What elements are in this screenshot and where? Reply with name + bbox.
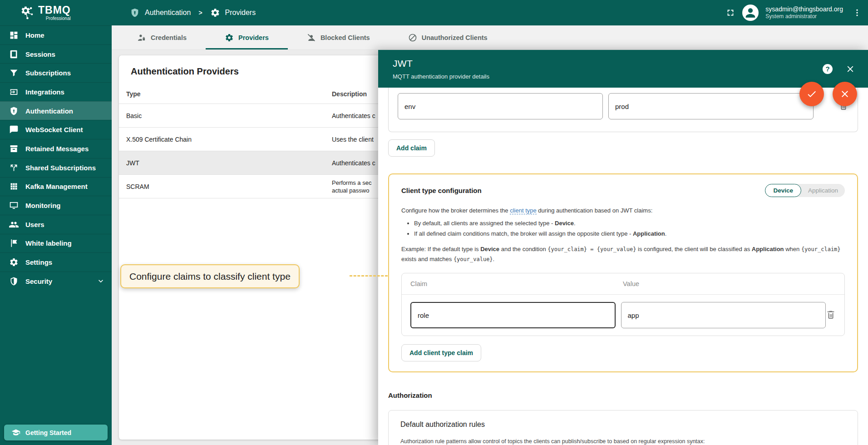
user-info: sysadmin@thingsboard.org System administ… xyxy=(765,5,843,20)
client-type-claim-input[interactable] xyxy=(410,302,616,328)
callout-connector-line xyxy=(350,275,388,277)
client-type-configuration-section: Client type configuration Device Applica… xyxy=(388,173,858,372)
sidebar-item-shared-subscriptions[interactable]: Shared Subscriptions xyxy=(0,158,112,177)
sidebar-item-label: Integrations xyxy=(25,88,64,96)
help-icon[interactable]: ? xyxy=(823,64,833,74)
breadcrumb-section[interactable]: Authentication xyxy=(145,9,191,17)
cell-type: JWT xyxy=(119,159,332,167)
sidebar-item-retained-messages[interactable]: Retained Messages xyxy=(0,139,112,158)
sidebar-item-label: Security xyxy=(25,277,52,285)
column-header-type: Type xyxy=(119,90,332,98)
sidebar-item-monitoring[interactable]: Monitoring xyxy=(0,196,112,215)
tab-unauthorized-clients[interactable]: Unauthorized Clients xyxy=(389,25,507,49)
fullscreen-icon[interactable] xyxy=(725,8,735,18)
sidebar-item-settings[interactable]: Settings xyxy=(0,252,112,272)
default-authorization-rules-card: Default authorization rules Authorizatio… xyxy=(388,410,858,445)
branch-icon xyxy=(9,163,19,173)
chevron-down-icon xyxy=(96,277,105,286)
cell-type: SCRAM xyxy=(119,183,332,190)
auth-claims-card xyxy=(388,88,858,132)
brand-logo[interactable]: TBMQ Professional xyxy=(0,0,112,25)
delete-client-type-claim-icon[interactable] xyxy=(826,310,836,321)
close-icon[interactable] xyxy=(845,64,855,74)
jwt-details-panel: JWT MQTT authentication provider details… xyxy=(378,50,868,445)
sidebar-item-label: Subscriptions xyxy=(25,69,71,77)
sidebar-item-subscriptions[interactable]: Subscriptions xyxy=(0,63,112,82)
gear-icon xyxy=(225,33,234,42)
sidebar-item-kafka-management[interactable]: Kafka Management xyxy=(0,177,112,196)
client-type-link[interactable]: client type xyxy=(510,207,537,214)
claim-name-input[interactable] xyxy=(398,93,603,119)
sidebar-item-label: Shared Subscriptions xyxy=(25,164,96,172)
avatar[interactable] xyxy=(742,5,759,21)
authorization-card-title: Default authorization rules xyxy=(400,420,846,429)
filter-icon xyxy=(9,68,19,78)
person-lock-icon xyxy=(137,33,146,42)
tab-providers[interactable]: Providers xyxy=(206,25,288,49)
section-title: Client type configuration xyxy=(401,187,482,194)
tab-label: Unauthorized Clients xyxy=(422,34,488,41)
sessions-icon xyxy=(9,49,19,59)
user-role: System administrator xyxy=(765,13,843,20)
graduation-cap-icon xyxy=(11,428,20,437)
add-claim-button[interactable]: Add claim xyxy=(388,139,435,157)
client-type-claims-card: Claim Value xyxy=(401,273,845,336)
sidebar-item-label: Monitoring xyxy=(25,202,60,209)
sidebar-item-label: White labeling xyxy=(25,239,72,247)
claim-value-input[interactable] xyxy=(608,93,814,119)
panel-body: Add claim Client type configuration Devi… xyxy=(378,88,868,445)
sidebar-item-websocket-client[interactable]: WebSocket Client xyxy=(0,120,112,139)
breadcrumb: Authentication > Providers xyxy=(130,8,256,18)
sidebar-item-security[interactable]: Security xyxy=(0,272,112,291)
sidebar-item-label: Users xyxy=(25,221,44,228)
chat-icon xyxy=(9,125,19,134)
toggle-device[interactable]: Device xyxy=(765,184,801,197)
cell-type: X.509 Certificate Chain xyxy=(119,136,332,143)
authorization-intro: Authorization rule patterns allow contro… xyxy=(400,438,846,445)
sidebar-item-label: WebSocket Client xyxy=(25,126,83,134)
brand-edition: Professional xyxy=(38,16,71,21)
more-vert-icon[interactable] xyxy=(853,8,862,17)
shield-half-icon xyxy=(9,277,19,286)
client-type-bullets: By default, all clients are assigned the… xyxy=(414,220,845,237)
sidebar-item-home[interactable]: Home xyxy=(0,25,112,44)
topbar: Authentication > Providers sysadmin@thin… xyxy=(112,0,868,25)
add-client-type-claim-button[interactable]: Add client type claim xyxy=(401,344,481,361)
sidebar-item-label: Settings xyxy=(25,258,52,266)
shield-lock-icon xyxy=(130,8,140,18)
person-icon xyxy=(744,6,757,20)
sidebar-item-label: Retained Messages xyxy=(25,145,89,153)
topbar-right: sysadmin@thingsboard.org System administ… xyxy=(725,5,862,21)
getting-started-button[interactable]: Getting Started xyxy=(4,425,108,440)
client-type-example: Example: If the default type is Device a… xyxy=(401,244,845,264)
breadcrumb-page[interactable]: Providers xyxy=(225,9,256,17)
grid-icon xyxy=(9,182,19,191)
sidebar: TBMQ Professional Home Sessions Subscrip… xyxy=(0,0,112,445)
tab-credentials[interactable]: Credentials xyxy=(118,25,206,49)
getting-started-label: Getting Started xyxy=(25,429,71,436)
tab-label: Credentials xyxy=(151,34,187,41)
block-icon xyxy=(408,33,417,42)
panel-header: JWT MQTT authentication provider details… xyxy=(378,50,868,88)
apply-changes-button[interactable] xyxy=(799,82,824,106)
gear-icon xyxy=(9,257,19,267)
shield-lock-icon xyxy=(9,106,19,116)
sidebar-item-users[interactable]: Users xyxy=(0,215,112,234)
sidebar-item-authentication[interactable]: Authentication xyxy=(0,101,112,120)
tab-blocked-clients[interactable]: Blocked Clients xyxy=(288,25,389,49)
person-slash-icon xyxy=(307,33,316,42)
cancel-changes-button[interactable] xyxy=(833,82,857,106)
sidebar-item-label: Authentication xyxy=(25,107,73,115)
archive-icon xyxy=(9,144,19,153)
column-header-claim: Claim xyxy=(410,280,623,287)
sidebar-item-sessions[interactable]: Sessions xyxy=(0,44,112,64)
sidebar-item-white-labeling[interactable]: White labeling xyxy=(0,234,112,253)
column-header-value: Value xyxy=(623,280,639,287)
tab-label: Providers xyxy=(238,34,269,41)
client-type-value-input[interactable] xyxy=(621,302,826,328)
tour-callout: Configure claims to classify client type xyxy=(120,264,300,288)
toggle-application[interactable]: Application xyxy=(801,184,845,197)
tbmq-logo-icon xyxy=(19,5,35,20)
tab-label: Blocked Clients xyxy=(321,34,370,41)
sidebar-item-integrations[interactable]: Integrations xyxy=(0,82,112,101)
